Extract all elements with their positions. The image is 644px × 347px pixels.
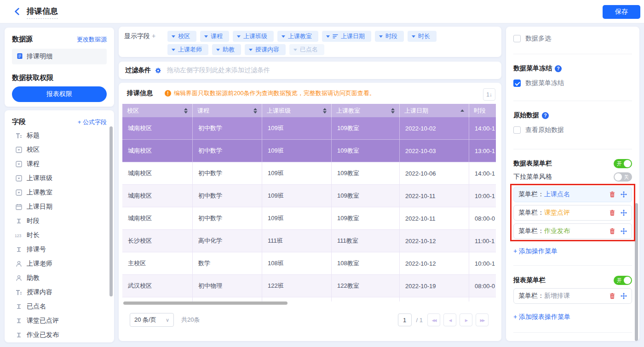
column-header-上课班级[interactable]: 上课班级: [262, 104, 332, 117]
table-row[interactable]: 主校区数学108班108教室2022-10-1210:00-1: [122, 252, 496, 275]
table-row[interactable]: 城南校区初中数学109班109教室2022-10-0214:00-1: [122, 117, 496, 140]
field-item-上课班级[interactable]: 上课班级: [12, 171, 107, 185]
add-formula-field-link[interactable]: + 公式字段: [78, 118, 107, 126]
column-header-上课教室[interactable]: 上课教室: [332, 104, 400, 117]
display-field-chip-时段[interactable]: 时段: [375, 31, 404, 42]
table-horizontal-scrollbar-thumb[interactable]: [123, 301, 288, 305]
display-field-chip-已点名[interactable]: 已点名: [289, 44, 324, 55]
page-title: 排课信息: [27, 6, 58, 19]
display-field-chip-课程[interactable]: 课程: [200, 31, 229, 42]
report-menu-toggle[interactable]: 开: [614, 276, 632, 285]
field-item-label: 上课教室: [27, 188, 52, 197]
move-icon[interactable]: [621, 210, 627, 216]
field-item-上课日期[interactable]: 上课日期: [12, 199, 107, 214]
column-header-校区[interactable]: 校区: [122, 104, 193, 117]
fields-scrollbar-thumb[interactable]: [109, 126, 113, 296]
menu-bar-item-作业发布[interactable]: 菜单栏：作业发布: [513, 223, 632, 239]
trash-icon[interactable]: [609, 210, 615, 216]
field-item-已点名[interactable]: 已点名: [12, 299, 107, 313]
save-button[interactable]: 保存: [603, 5, 640, 19]
help-icon[interactable]: ?: [542, 112, 549, 119]
filter-dropzone-placeholder[interactable]: 拖动左侧字段到此处来添加过滤条件: [167, 66, 270, 74]
table-row[interactable]: 城南校区初中数学109班109教室2022-10-0313:00-1: [122, 140, 496, 162]
first-page-button[interactable]: ◂◂: [427, 313, 440, 326]
sort-icon[interactable]: [391, 108, 395, 114]
chip-label: 上课日期: [341, 32, 365, 40]
field-item-作业已发布[interactable]: 作业已发布: [12, 328, 107, 342]
field-item-上课教室[interactable]: 上课教室: [12, 185, 107, 199]
field-item-排课号[interactable]: 排课号: [12, 242, 107, 256]
table-row[interactable]: 长沙校区高中化学111班111教室2022-10-1211:00-1: [122, 230, 496, 252]
gear-icon[interactable]: [155, 67, 161, 74]
field-item-授课内容[interactable]: 授课内容: [12, 285, 107, 299]
help-icon[interactable]: ?: [555, 65, 562, 72]
raw-data-checkbox-row[interactable]: 查看原始数据: [513, 125, 632, 135]
trash-icon[interactable]: [609, 228, 615, 234]
multi-select-checkbox-row[interactable]: 数据多选: [513, 34, 632, 43]
display-field-chip-上课日期[interactable]: 上课日期: [322, 31, 371, 42]
move-icon[interactable]: [621, 293, 627, 299]
trash-icon[interactable]: [609, 293, 615, 299]
toggle-off-label: 关: [624, 174, 629, 180]
table-row[interactable]: 城南校区初中数学109班109教室2022-10-1108:00-0: [122, 207, 496, 230]
settings-scrollbar-thumb[interactable]: [635, 203, 638, 341]
display-field-chip-上课班级[interactable]: 上课班级: [233, 31, 274, 42]
menu-bar-item-新增排课[interactable]: 菜单栏：新增排课: [513, 288, 632, 304]
raw-data-checkbox[interactable]: [513, 126, 521, 134]
add-action-menu-link[interactable]: + 添加操作菜单: [513, 247, 632, 256]
field-item-上课老师[interactable]: 上课老师: [12, 256, 107, 271]
back-button[interactable]: [12, 6, 22, 17]
table-menu-heading: 数据表菜单栏: [513, 159, 552, 168]
display-field-chip-校区[interactable]: 校区: [167, 31, 196, 42]
column-header-上课日期[interactable]: 上课日期: [400, 104, 469, 117]
trash-icon[interactable]: [609, 191, 615, 198]
last-page-button[interactable]: ▸▸: [476, 313, 489, 326]
table-row[interactable]: 城南校区初中数学109班109教室2022-10-0614:00-1: [122, 162, 496, 185]
field-item-时长[interactable]: 123时长: [12, 228, 107, 242]
field-item-label: 作业已发布: [27, 331, 59, 339]
sort-asc-icon[interactable]: [460, 109, 464, 112]
sort-icon[interactable]: [323, 108, 327, 114]
field-item-时段[interactable]: 时段: [12, 214, 107, 228]
prev-page-button[interactable]: ◂: [443, 313, 456, 326]
table-cell: [122, 297, 193, 301]
page-size-select[interactable]: 20 条/页 ∨: [130, 313, 174, 327]
field-item-label: 上课老师: [27, 260, 52, 268]
display-field-chip-助教[interactable]: 助教: [212, 44, 241, 55]
sort-icon[interactable]: [184, 108, 188, 114]
field-item-课堂已点评[interactable]: 课堂已点评: [12, 313, 107, 328]
field-item-标题[interactable]: 标题: [12, 128, 107, 142]
move-icon[interactable]: [621, 191, 627, 198]
display-field-chip-上课教室[interactable]: 上课教室: [277, 31, 318, 42]
display-field-chip-授课内容[interactable]: 授课内容: [245, 44, 286, 55]
change-datasource-link[interactable]: 更改数据源: [77, 35, 107, 44]
table-menu-toggle[interactable]: 开: [614, 159, 632, 168]
menu-bar-item-课堂点评[interactable]: 菜单栏：课堂点评: [513, 205, 632, 221]
field-item-校区[interactable]: 校区: [12, 142, 107, 157]
sort-icon[interactable]: [253, 108, 257, 114]
field-item-助教[interactable]: 助教: [12, 271, 107, 285]
datasource-item[interactable]: 排课明细: [12, 49, 107, 64]
menu-freeze-checkbox[interactable]: [513, 80, 521, 87]
column-header-时段[interactable]: 时段: [469, 104, 496, 117]
multi-select-checkbox[interactable]: [513, 35, 521, 42]
move-icon[interactable]: [621, 228, 627, 234]
add-report-action-menu-link[interactable]: + 添加报表操作菜单: [513, 313, 632, 322]
table-row[interactable]: 城南校区初中数学109班109教室2022-10-1110:00-1: [122, 185, 496, 207]
fields-panel: 字段 + 公式字段 标题校区课程上课班级上课教室上课日期时段123时长排课号上课…: [5, 110, 114, 342]
current-page-input[interactable]: 1: [398, 313, 412, 326]
sort-order-button[interactable]: 1↓: [483, 88, 495, 101]
table-horizontal-scrollbar[interactable]: [122, 301, 496, 305]
report-permission-button[interactable]: 报表权限: [12, 86, 107, 102]
table-row[interactable]: [122, 297, 496, 301]
add-display-field-icon[interactable]: +: [152, 32, 155, 40]
menu-freeze-checkbox-row[interactable]: 数据菜单冻结: [513, 79, 632, 88]
menu-bar-item-上课点名[interactable]: 菜单栏：上课点名: [513, 187, 632, 202]
next-page-button[interactable]: ▸: [460, 313, 472, 326]
dropdown-style-toggle[interactable]: 关: [614, 172, 632, 182]
display-field-chip-时长[interactable]: 时长: [408, 31, 437, 42]
table-row[interactable]: 武汉校区初中物理122班122教室2022-10-1908:00-0: [122, 275, 496, 297]
display-field-chip-上课老师[interactable]: 上课老师: [167, 44, 208, 55]
field-item-课程[interactable]: 课程: [12, 157, 107, 171]
column-header-课程[interactable]: 课程: [193, 104, 262, 117]
